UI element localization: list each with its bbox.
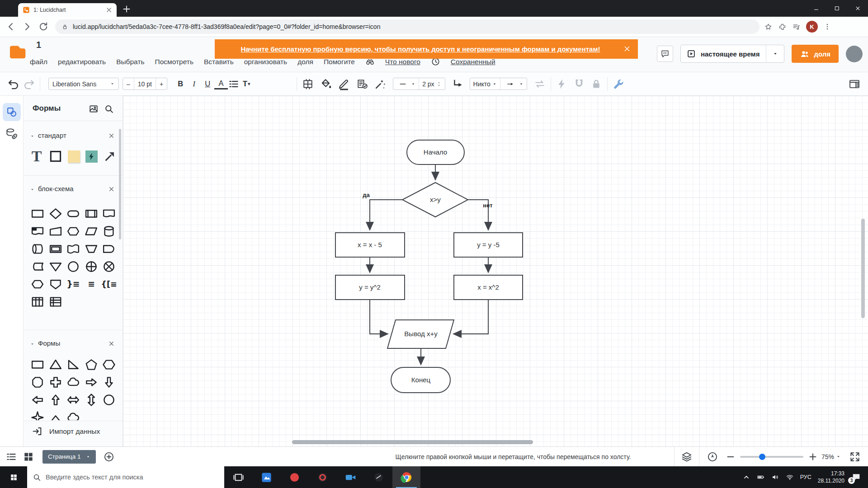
zoom-in-icon[interactable] [808,451,818,463]
sh-star4-shape[interactable] [30,411,45,420]
fc-pentd-shape[interactable] [48,277,63,291]
font-size-value[interactable]: 10 pt [134,78,156,89]
document-folder-icon[interactable] [7,42,26,60]
arrow-shape[interactable] [103,150,117,163]
fc-delay-shape[interactable] [101,242,117,256]
sh-circle-shape[interactable] [101,393,117,407]
text-shape[interactable]: T [30,150,43,163]
padlock-icon[interactable] [61,23,68,30]
section-flowchart-label[interactable]: блок-схема [38,185,74,192]
shape-style-icon[interactable] [356,78,368,90]
fc-stored-shape[interactable] [30,260,45,273]
saved-status-link[interactable]: Сохраненный [451,58,495,66]
new-tab-button[interactable] [121,4,132,14]
section-standard-label[interactable]: стандарт [38,131,66,139]
zoom-slider-handle[interactable] [759,454,765,460]
taskbar-app-recorder2[interactable] [308,466,336,488]
sh-cloud-shape[interactable] [66,375,81,389]
fc-circx-shape[interactable] [101,260,117,273]
zoom-level[interactable]: 75% [821,453,834,460]
fc-cylv-shape[interactable] [101,225,117,238]
theme-icon[interactable] [302,78,314,90]
sh-tri-shape[interactable] [48,358,63,371]
taskbar-search-input[interactable] [46,474,219,481]
sh-oct-shape[interactable] [30,375,45,389]
sh-arr-shape[interactable] [84,375,99,389]
bold-button[interactable]: B [174,77,187,91]
extensions-icon[interactable] [778,23,787,31]
connector-type-icon[interactable] [452,78,464,90]
fc-doc-shape[interactable] [101,207,117,221]
sh-arlr-shape[interactable] [66,393,81,407]
tab-close-icon[interactable] [105,6,113,14]
chevron-down-icon[interactable] [836,454,841,459]
fc-rect-shape[interactable] [30,207,45,221]
user-avatar[interactable] [846,46,863,62]
present-button[interactable]: настоящее время [680,45,785,63]
italic-button[interactable]: I [187,77,201,91]
address-bar[interactable]: lucid.app/lucidchart/5eda0a3c-7cee-4778-… [55,19,760,34]
text-color-button[interactable]: A [214,79,228,89]
sh-chev-shape[interactable] [48,411,63,420]
menu-item-1[interactable]: редактировать [58,58,106,66]
sh-aru-shape[interactable] [48,393,63,407]
forward-button[interactable] [22,21,33,32]
comments-button[interactable] [657,46,673,62]
back-button[interactable] [5,21,16,32]
media-playlist-icon[interactable] [792,23,801,31]
redo-button[interactable] [23,78,35,90]
zoom-slider[interactable] [740,456,803,458]
import-data-button[interactable]: Импорт данных [32,426,100,437]
taskbar-search[interactable] [27,466,224,488]
sh-hex-shape[interactable] [101,358,117,371]
taskbar-app-media[interactable] [364,466,392,488]
menu-item-7[interactable]: Помогите [324,58,355,66]
text-options-button[interactable]: T▾ [240,77,253,91]
sh-rtri-shape[interactable] [66,358,81,371]
arrow-end-select[interactable] [500,78,527,89]
sidebar-scrollbar[interactable] [119,129,121,239]
page-selector-button[interactable]: Страница 1 [42,450,96,464]
start-button[interactable] [0,466,27,488]
sh-pent-shape[interactable] [84,358,99,371]
notification-center-button[interactable]: 3 [851,472,863,482]
page-list-icon[interactable] [5,451,17,463]
share-button[interactable]: доля [792,45,839,63]
font-size-decrease-button[interactable]: – [123,78,134,89]
chevron-down-icon[interactable] [30,134,35,139]
browser-menu-kebab-icon[interactable] [823,23,831,31]
line-width-stepper[interactable]: 2 px [419,78,444,89]
tray-chevron-up-icon[interactable] [742,473,750,481]
fc-cylh-shape[interactable] [30,242,45,256]
taskbar-app-record[interactable] [280,466,308,488]
fc-tablecols-shape[interactable] [30,295,45,309]
fc-flag-shape[interactable] [66,242,81,256]
line-color-icon[interactable] [338,78,350,90]
sh-ard-shape[interactable] [101,375,117,389]
menu-item-3[interactable]: Посмотреть [155,58,193,66]
taskbar-clock[interactable]: 17:33 28.11.2020 [818,470,844,484]
fc-lines-shape[interactable]: ≡ [84,277,99,291]
page-grid-icon[interactable] [23,451,34,463]
banner-close-icon[interactable] [623,44,632,53]
browser-tab[interactable]: 1: Lucidchart [18,3,117,17]
rectangle-shape[interactable] [49,150,62,163]
chevron-down-icon[interactable] [30,187,35,192]
zoom-out-icon[interactable] [726,451,736,463]
fc-predef-shape[interactable] [48,242,63,256]
taskbar-app-chrome[interactable] [392,466,420,488]
window-close-button[interactable] [847,0,868,17]
text-align-icon[interactable] [228,78,240,90]
battery-icon[interactable] [757,473,765,481]
menu-item-6[interactable]: доля [297,58,313,66]
browser-profile-avatar[interactable]: K [806,21,818,33]
fc-trid-shape[interactable] [48,260,63,273]
underline-button[interactable]: U [201,77,214,91]
shapes-tool-button[interactable] [3,103,21,121]
sticky-note-shape[interactable] [68,150,80,163]
sh-cross-shape[interactable] [48,375,63,389]
add-page-icon[interactable] [103,451,115,463]
sh-rect-shape[interactable] [30,358,45,371]
chevron-down-icon[interactable] [30,342,35,347]
undo-button[interactable] [7,78,20,90]
